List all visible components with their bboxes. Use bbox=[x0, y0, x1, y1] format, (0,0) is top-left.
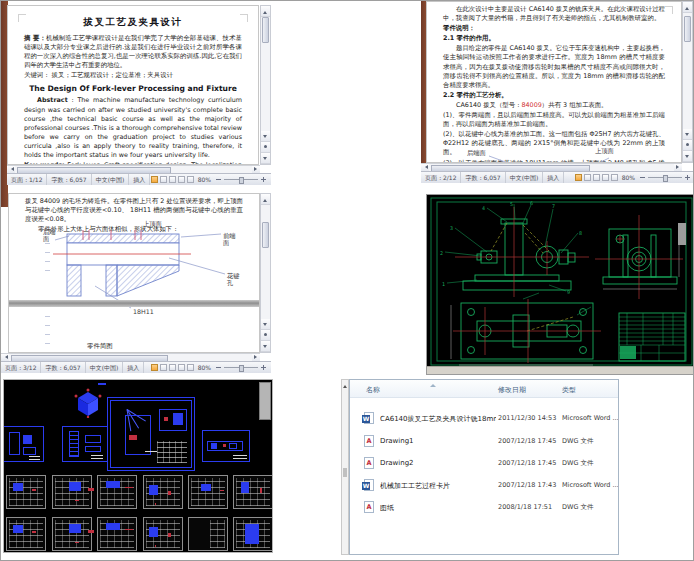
3d-part-thumbnail bbox=[72, 388, 104, 418]
file-explorer-panel: 名称 修改日期 类型 W CA6140拔叉工艺及夹具设计铣18mm槽... 20… bbox=[349, 379, 619, 555]
status-words[interactable]: 字数：6,057 bbox=[461, 172, 505, 183]
web-layout-view-button[interactable] bbox=[169, 364, 176, 371]
fullscreen-view-button[interactable] bbox=[584, 174, 591, 181]
print-layout-view-button[interactable] bbox=[151, 364, 158, 371]
draft-view-button[interactable] bbox=[611, 174, 618, 181]
status-language[interactable]: 中文(中国) bbox=[86, 362, 124, 373]
vertical-scrollbar[interactable] bbox=[682, 1, 693, 163]
word-page-3[interactable]: 拨叉 84009 的毛坯为铸造件。在零件图上只有 2 处位置误差要求，即上顶面与… bbox=[8, 193, 260, 353]
status-insert-mode[interactable]: 插入 bbox=[543, 172, 564, 183]
status-words[interactable]: 字数：6,057 bbox=[47, 174, 91, 185]
scrollbar-thumb[interactable] bbox=[259, 382, 271, 420]
print-layout-view-button[interactable] bbox=[151, 176, 158, 183]
web-layout-view-button[interactable] bbox=[169, 176, 176, 183]
paragraph: 在此次设计中主要是设计 CA6140 拨叉的铣床夹具。在此次课程设计过程中，我查… bbox=[443, 5, 665, 23]
next-page-button[interactable] bbox=[261, 341, 270, 352]
paragraph: 题目给定的零件是 CA6140 拨叉。它位于车床变速机构中，主要起换档，使主轴回… bbox=[443, 44, 665, 89]
scroll-right-button[interactable] bbox=[252, 166, 260, 173]
file-name: CA6140拔叉工艺及夹具设计铣18mm槽... bbox=[380, 414, 496, 424]
status-language[interactable]: 中文(中国) bbox=[506, 172, 544, 183]
zoom-slider[interactable] bbox=[648, 174, 682, 181]
scrollbar-thumb[interactable] bbox=[684, 16, 691, 42]
file-row[interactable]: A Drawing1 2007/12/18 17:45 DWG 文件 bbox=[350, 434, 618, 450]
browse-object-button[interactable] bbox=[261, 142, 270, 153]
fullscreen-view-button[interactable] bbox=[160, 176, 167, 183]
scroll-down-button[interactable] bbox=[261, 319, 270, 330]
zoom-slider[interactable] bbox=[224, 364, 258, 371]
vertical-scrollbar[interactable] bbox=[260, 193, 271, 353]
column-header-name[interactable]: 名称 bbox=[366, 385, 380, 395]
scroll-down-button[interactable] bbox=[261, 131, 270, 142]
cad-assembly-window[interactable]: 1 2 3 4 5 6 7 8 9 bbox=[426, 194, 694, 375]
zoom-out-button[interactable] bbox=[639, 174, 646, 181]
status-page[interactable]: 页面：2/12 bbox=[421, 172, 461, 183]
outline-view-button[interactable] bbox=[178, 364, 185, 371]
status-page[interactable]: 页面：3/12 bbox=[1, 362, 41, 373]
process-card-thumbnail bbox=[143, 475, 183, 509]
horizontal-scrollbar[interactable] bbox=[1, 353, 260, 361]
draft-view-button[interactable] bbox=[187, 176, 194, 183]
scroll-right-button[interactable] bbox=[674, 164, 682, 171]
zoom-slider-thumb[interactable] bbox=[239, 365, 244, 372]
status-insert-mode[interactable]: 插入 bbox=[129, 174, 150, 185]
scroll-up-button[interactable] bbox=[683, 2, 692, 13]
browse-object-button[interactable] bbox=[683, 140, 692, 151]
draft-view-button[interactable] bbox=[187, 364, 194, 371]
column-header-date[interactable]: 修改日期 bbox=[498, 385, 526, 395]
scroll-down-button[interactable] bbox=[683, 129, 692, 140]
horizontal-scrollbar[interactable] bbox=[421, 163, 682, 171]
file-date: 2007/12/18 17:45 bbox=[498, 459, 560, 467]
next-page-button[interactable] bbox=[683, 151, 692, 162]
zoom-slider-thumb[interactable] bbox=[663, 175, 668, 182]
scroll-right-button[interactable] bbox=[252, 354, 260, 361]
zoom-out-button[interactable] bbox=[215, 176, 222, 183]
scroll-up-button[interactable] bbox=[261, 194, 270, 205]
outline-view-button[interactable] bbox=[602, 174, 609, 181]
zoom-out-button[interactable] bbox=[215, 364, 222, 371]
process-card-thumbnail bbox=[97, 475, 137, 509]
word-page-2[interactable]: 在此次设计中主要是设计 CA6140 拨叉的铣床夹具。在此次课程设计过程中，我查… bbox=[426, 1, 682, 163]
zoom-in-button[interactable] bbox=[684, 174, 691, 181]
status-insert-mode[interactable]: 插入 bbox=[123, 362, 144, 373]
cad-horizontal-scrollbar[interactable] bbox=[427, 366, 694, 374]
browse-object-button[interactable] bbox=[261, 330, 270, 341]
vertical-scrollbar[interactable] bbox=[260, 5, 271, 165]
zoom-level[interactable]: 80% bbox=[620, 174, 637, 181]
file-row[interactable]: W 机械加工工艺过程卡片 2007/12/18 17:43 Microsoft … bbox=[350, 478, 618, 494]
status-page[interactable]: 页面：1/12 bbox=[7, 174, 47, 185]
outline-view-button[interactable] bbox=[178, 176, 185, 183]
process-card-thumbnail bbox=[52, 475, 92, 509]
word-page-1[interactable]: 拔叉工艺及夹具设计 摘 要：机械制造工艺学课程设计是在我们学完了大学的全部基础课… bbox=[7, 5, 259, 165]
file-row[interactable]: A Drawing2 2007/12/18 17:45 DWG 文件 bbox=[350, 456, 618, 472]
explorer-left-scrollbar[interactable] bbox=[341, 379, 349, 555]
file-row[interactable]: W CA6140拔叉工艺及夹具设计铣18mm槽... 2011/12/30 14… bbox=[350, 411, 618, 427]
status-language[interactable]: 中文(中国) bbox=[92, 174, 130, 185]
zoom-level[interactable]: 80% bbox=[196, 176, 213, 183]
cad-thumbnails-window[interactable] bbox=[3, 379, 273, 553]
scroll-left-button[interactable] bbox=[421, 164, 429, 171]
scroll-left-button[interactable] bbox=[1, 354, 9, 361]
column-header-type[interactable]: 类型 bbox=[562, 385, 576, 395]
zoom-slider[interactable] bbox=[224, 176, 258, 183]
zoom-in-button[interactable] bbox=[260, 176, 267, 183]
zoom-slider-thumb[interactable] bbox=[239, 177, 244, 184]
process-card-thumbnail bbox=[233, 475, 273, 509]
scroll-left-button[interactable] bbox=[7, 166, 15, 173]
status-words[interactable]: 字数：6,057 bbox=[41, 362, 85, 373]
zoom-in-button[interactable] bbox=[260, 364, 267, 371]
model-line-post: ）共有 3 组加工表面。 bbox=[542, 101, 608, 109]
fullscreen-view-button[interactable] bbox=[160, 364, 167, 371]
zoom-level[interactable]: 80% bbox=[196, 364, 213, 371]
web-layout-view-button[interactable] bbox=[593, 174, 600, 181]
next-page-button[interactable] bbox=[261, 153, 270, 164]
word-window-page3: 拨叉 84009 的毛坯为铸造件。在零件图上只有 2 处位置误差要求，即上顶面与… bbox=[1, 193, 271, 374]
scrollbar-thumb[interactable] bbox=[262, 222, 269, 248]
horizontal-scrollbar[interactable] bbox=[7, 165, 260, 173]
scrollbar-thumb[interactable] bbox=[262, 17, 269, 43]
file-row[interactable]: A 图纸 2008/1/18 17:51 DWG 文件 bbox=[350, 500, 618, 516]
svg-text:1: 1 bbox=[442, 281, 445, 287]
dwg-file-icon: A bbox=[364, 457, 374, 469]
print-layout-view-button[interactable] bbox=[575, 174, 582, 181]
scroll-up-button[interactable] bbox=[261, 6, 270, 17]
file-name: 图纸 bbox=[380, 503, 496, 513]
